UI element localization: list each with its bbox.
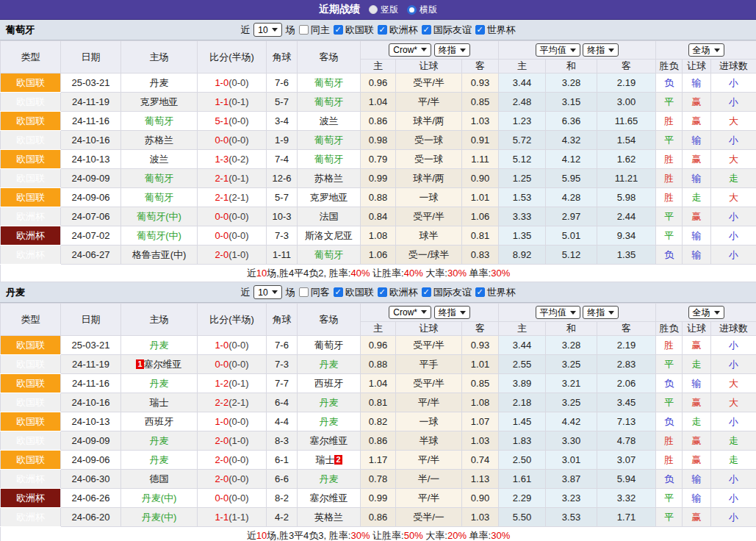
corner-count: 6-6 — [267, 470, 298, 489]
corner-count: 1-11 — [267, 246, 298, 265]
match-row: 欧国联24-09-06丹麦2-0(0-0)6-1瑞士21.17平/半0.742.… — [1, 451, 756, 470]
result-goals: 小 — [711, 508, 756, 527]
checkbox-checked-icon[interactable]: ✓ — [334, 25, 343, 35]
halftime-score: (0-1) — [228, 378, 248, 389]
bookmaker-select[interactable]: Crow* — [389, 43, 431, 57]
layout-radio-vertical[interactable]: 竖版 — [369, 4, 398, 16]
result-outcome: 平 — [656, 93, 683, 112]
home-team: 苏格兰 — [121, 131, 198, 150]
sub-column-header: 主 — [361, 322, 396, 336]
fulltime-score: 0-0 — [215, 135, 228, 146]
corner-count: 7-4 — [267, 150, 298, 169]
checkbox-checked-icon[interactable]: ✓ — [422, 25, 431, 35]
result-handicap: 赢 — [683, 451, 711, 470]
corner-count: 7-3 — [267, 355, 298, 374]
fulltime-score: 1-3 — [215, 154, 228, 165]
home-team-name: 丹麦 — [150, 77, 169, 88]
odds-away: 0.93 — [462, 74, 499, 93]
competition-checkbox-3[interactable]: ✓世界杯 — [475, 286, 516, 299]
away-team: 丹麦 — [298, 393, 361, 412]
recent-count-select[interactable]: 10 — [253, 285, 281, 299]
home-team-name: 葡萄牙 — [145, 173, 173, 184]
match-type-badge: 欧洲杯 — [1, 246, 61, 265]
checkbox-unchecked-icon[interactable] — [299, 287, 309, 297]
average-select[interactable]: 平均值 — [536, 306, 580, 319]
period-select[interactable]: 全场 — [688, 306, 724, 319]
summary-segment: 30% — [447, 268, 467, 279]
odds-handicap: 受平/半 — [396, 336, 462, 355]
checkbox-checked-icon[interactable]: ✓ — [475, 287, 485, 297]
match-date: 24-10-13 — [61, 412, 121, 431]
odds-home: 1.17 — [361, 451, 396, 470]
avg-away: 4.78 — [597, 431, 656, 451]
result-outcome: 胜 — [656, 336, 683, 355]
stage-select-1[interactable]: 终指 — [434, 306, 470, 319]
halftime-score: (0-0) — [228, 77, 248, 88]
competition-checkbox-0[interactable]: ✓欧国联 — [334, 286, 374, 299]
same-venue-checkbox[interactable]: 同主 — [299, 24, 330, 37]
match-row: 欧洲杯24-07-02葡萄牙(中)0-0(0-0)7-3斯洛文尼亚1.08球半0… — [1, 226, 756, 246]
competition-checkbox-3[interactable]: ✓世界杯 — [475, 24, 516, 37]
competition-checkbox-2[interactable]: ✓国际友谊 — [422, 24, 472, 37]
result-handicap: 输 — [683, 246, 711, 265]
corner-count: 8-2 — [267, 489, 298, 508]
stage-select-1[interactable]: 终指 — [434, 43, 470, 57]
away-team-name: 苏格兰 — [314, 173, 343, 184]
bookmaker-select[interactable]: Crow* — [389, 306, 431, 319]
layout-radio-horizontal[interactable]: 横版 — [407, 4, 437, 16]
match-date: 24-11-19 — [61, 93, 121, 112]
recent-count-select-value: 10 — [258, 25, 267, 35]
column-header: 日期 — [61, 304, 121, 336]
result-handicap: 走 — [683, 188, 711, 207]
away-team-name: 克罗地亚 — [310, 192, 348, 203]
checkbox-checked-icon[interactable]: ✓ — [334, 287, 343, 297]
sub-column-header: 让球 — [683, 322, 711, 336]
same-venue-checkbox[interactable]: 同客 — [299, 286, 330, 299]
home-team: 丹麦(中) — [121, 489, 198, 508]
competition-checkbox-1[interactable]: ✓欧洲杯 — [378, 286, 418, 299]
checkbox-checked-icon[interactable]: ✓ — [378, 287, 387, 297]
match-date: 24-10-16 — [61, 393, 121, 412]
odds-away: 0.90 — [462, 489, 499, 508]
checkbox-checked-icon[interactable]: ✓ — [378, 25, 387, 35]
odds-handicap: 平/半 — [396, 451, 462, 470]
stage-select-2[interactable]: 终指 — [583, 43, 619, 57]
away-team-name: 塞尔维亚 — [310, 435, 348, 446]
sub-column-header: 进球数 — [711, 322, 756, 336]
radio-button-icon[interactable] — [369, 5, 378, 14]
match-row: 欧国联24-11-16葡萄牙5-1(0-0)3-4波兰0.86球半/两1.031… — [1, 112, 756, 131]
match-type-badge: 欧国联 — [1, 74, 61, 93]
home-team-name: 苏格兰 — [145, 135, 173, 146]
corner-count: 10-3 — [267, 207, 298, 226]
red-card-badge: 2 — [334, 455, 342, 465]
average-select[interactable]: 平均值 — [536, 43, 580, 57]
radio-button-icon[interactable] — [407, 5, 417, 15]
odds-home: 0.88 — [361, 355, 396, 374]
corner-count: 12-6 — [267, 169, 298, 188]
period-select[interactable]: 全场 — [688, 43, 724, 57]
halftime-score: (0-0) — [228, 454, 248, 465]
result-goals: 走 — [711, 431, 756, 451]
avg-home: 5.72 — [499, 131, 546, 150]
summary-segment: 30% — [491, 530, 510, 541]
competition-checkbox-1[interactable]: ✓欧洲杯 — [378, 24, 418, 37]
checkbox-checked-icon[interactable]: ✓ — [475, 25, 485, 35]
away-team-name: 丹麦 — [320, 473, 339, 484]
recent-count-select[interactable]: 10 — [253, 23, 281, 37]
checkbox-checked-icon[interactable]: ✓ — [422, 287, 431, 297]
stage-select-2[interactable]: 终指 — [583, 306, 619, 319]
home-team-name: 丹麦 — [150, 340, 169, 351]
odds-home: 0.99 — [361, 489, 396, 508]
avg-home: 1.25 — [499, 169, 546, 188]
match-score: 0-0(0-0) — [198, 355, 267, 374]
fulltime-score: 1-1 — [215, 512, 228, 523]
competition-checkbox-0[interactable]: ✓欧国联 — [334, 24, 374, 37]
avg-home: 3.44 — [499, 74, 546, 93]
sub-column-header: 客 — [597, 60, 656, 74]
checkbox-unchecked-icon[interactable] — [299, 25, 309, 35]
competition-checkbox-2[interactable]: ✓国际友谊 — [422, 286, 472, 299]
avg-away: 1.62 — [597, 150, 656, 169]
odds-home: 0.86 — [361, 112, 396, 131]
away-team-name: 丹麦 — [320, 397, 339, 408]
match-date: 24-09-06 — [61, 188, 121, 207]
